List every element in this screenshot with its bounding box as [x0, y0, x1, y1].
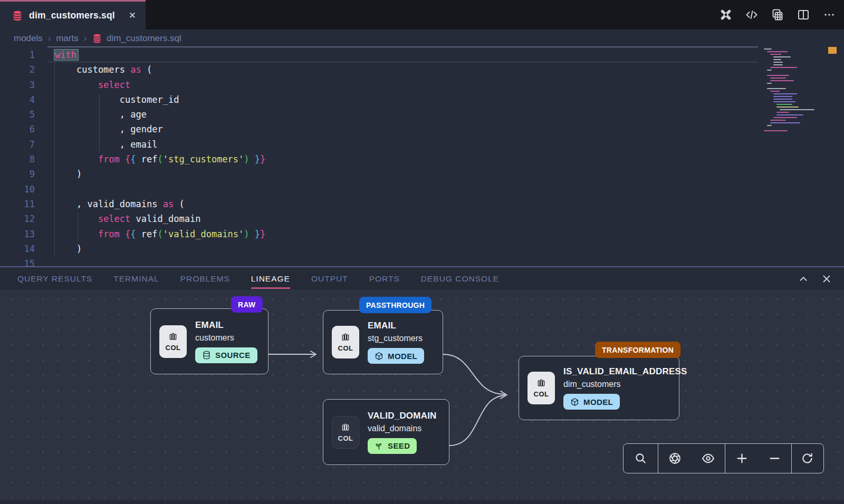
- code-text: , valid_domains as (: [55, 197, 185, 211]
- code-text: customers as (: [55, 62, 152, 77]
- tab-title: dim_customers.sql: [29, 10, 115, 21]
- resource-pill-model: MODEL: [368, 348, 424, 364]
- node-title: IS_VALID_EMAIL_ADDRESS: [563, 366, 687, 377]
- line-number: 10: [0, 182, 35, 197]
- indent-guide: [78, 212, 78, 241]
- indent-guide: [99, 93, 100, 152]
- column-chip[interactable]: COL: [528, 372, 555, 404]
- node-subtitle: stg_customers: [368, 334, 424, 343]
- minimap-line: [776, 112, 789, 113]
- code-text: select valid_domain: [55, 211, 200, 226]
- panel-tab-query-results[interactable]: QUERY RESULTS: [17, 267, 92, 290]
- tab-dim-customers[interactable]: dim_customers.sql ✕: [0, 0, 146, 30]
- code-line[interactable]: 5 , age: [0, 107, 844, 122]
- pill-label: MODEL: [583, 398, 613, 406]
- plus-icon[interactable]: [735, 452, 749, 466]
- pill-label: MODEL: [388, 352, 417, 361]
- column-chip[interactable]: COL: [332, 326, 359, 358]
- selected-text: with: [54, 50, 78, 60]
- bottom-panel-header: QUERY RESULTSTERMINALPROBLEMSLINEAGEOUTP…: [0, 266, 844, 290]
- lineage-node-stg_customers[interactable]: PASSTHROUGHCOLEMAILstg_customersMODEL: [323, 310, 443, 374]
- lineage-node-customers[interactable]: RAWCOLEMAILcustomersSOURCE: [150, 308, 268, 374]
- line-number: 12: [0, 211, 35, 226]
- refresh-icon[interactable]: [801, 452, 814, 466]
- code-line[interactable]: 2 customers as (: [0, 62, 844, 77]
- breadcrumb: models › marts › dim_customers.sql: [0, 30, 844, 47]
- cube-icon: [570, 398, 579, 406]
- search-icon[interactable]: [634, 452, 648, 466]
- panel-tab-lineage[interactable]: LINEAGE: [251, 267, 290, 290]
- code-line[interactable]: 9 ): [0, 167, 844, 181]
- code-line[interactable]: 11 , valid_domains as (: [0, 197, 844, 211]
- indent-guide: [54, 62, 55, 256]
- minimap-line: [770, 91, 780, 92]
- minimap[interactable]: [764, 49, 812, 138]
- minimap-line: [780, 109, 814, 110]
- scrollbar-marker: [828, 47, 837, 54]
- code-line[interactable]: 12 select valid_domain: [0, 211, 844, 226]
- tab-close-icon[interactable]: ✕: [129, 11, 136, 20]
- code-line[interactable]: 1with: [0, 47, 844, 62]
- line-number: 1: [0, 47, 35, 62]
- ellipsis-icon[interactable]: [823, 8, 836, 21]
- split-icon[interactable]: [797, 8, 810, 21]
- panel-tab-ports[interactable]: PORTS: [369, 267, 400, 290]
- code-line[interactable]: 4 customer_id: [0, 92, 844, 107]
- resource-pill-source: SOURCE: [195, 347, 257, 363]
- code-text: , age: [55, 107, 147, 122]
- columns-icon: [340, 422, 351, 433]
- minimap-line: [773, 56, 791, 57]
- panel-tab-output[interactable]: OUTPUT: [311, 267, 348, 290]
- panel-tab-problems[interactable]: PROBLEMS: [180, 267, 230, 290]
- code-line[interactable]: 14 ): [0, 241, 844, 256]
- code-icon[interactable]: [745, 8, 758, 21]
- eye-icon[interactable]: [702, 452, 715, 466]
- lineage-toolbar: [623, 443, 824, 473]
- lineage-canvas[interactable]: RAWCOLEMAILcustomersSOURCEPASSTHROUGHCOL…: [0, 290, 844, 500]
- line-number: 11: [0, 197, 35, 211]
- minimap-line: [767, 51, 788, 52]
- toolbar-section: [791, 444, 823, 473]
- minus-icon[interactable]: [768, 452, 782, 466]
- breadcrumb-file[interactable]: dim_customers.sql: [92, 33, 181, 44]
- minimap-line: [767, 70, 772, 71]
- minimap-line: [770, 54, 781, 55]
- minimap-line: [764, 49, 772, 50]
- node-subtitle: valid_domains: [368, 424, 437, 433]
- copy-table-icon[interactable]: [771, 8, 784, 21]
- lineage-node-dim_customers[interactable]: TRANSFORMATIONCOLIS_VALID_EMAIL_ADDRESSd…: [519, 356, 679, 420]
- breadcrumb-segment-models[interactable]: models: [14, 33, 43, 44]
- format-icon[interactable]: [720, 8, 732, 21]
- code-line[interactable]: 3 select: [0, 77, 844, 92]
- window-bottom-edge: [0, 500, 844, 504]
- code-editor[interactable]: 1with2 customers as (3 select4 customer_…: [0, 47, 844, 266]
- column-chip[interactable]: COL: [332, 416, 359, 449]
- breadcrumb-segment-marts[interactable]: marts: [56, 33, 79, 44]
- toolbar-section: [658, 444, 725, 473]
- line-number: 13: [0, 227, 35, 241]
- aperture-icon[interactable]: [668, 452, 682, 466]
- node-subtitle: dim_customers: [563, 380, 687, 389]
- code-line[interactable]: 15: [0, 256, 844, 266]
- chevron-up-icon[interactable]: [798, 273, 809, 285]
- code-line[interactable]: 13 from {{ ref('valid_domains') }}: [0, 227, 844, 241]
- panel-tab-terminal[interactable]: TERMINAL: [113, 267, 159, 290]
- code-line[interactable]: 10: [0, 182, 844, 197]
- close-icon[interactable]: [821, 273, 832, 285]
- code-text: with: [55, 47, 78, 62]
- node-title: EMAIL: [195, 320, 257, 331]
- database-icon: [92, 33, 102, 44]
- cube-icon: [375, 352, 383, 361]
- column-chip[interactable]: COL: [159, 325, 187, 358]
- code-text: ): [55, 241, 82, 256]
- node-tag-transformation: TRANSFORMATION: [595, 342, 680, 358]
- code-line[interactable]: 6 , gender: [0, 122, 844, 137]
- columns-icon: [168, 332, 178, 342]
- minimap-line: [764, 130, 788, 131]
- panel-tab-debug-console[interactable]: DEBUG CONSOLE: [421, 267, 499, 290]
- code-line[interactable]: 7 , email: [0, 137, 844, 152]
- minimap-line: [773, 96, 792, 97]
- code-line[interactable]: 8 from {{ ref('stg_customers') }}: [0, 152, 844, 167]
- lineage-node-valid_domains[interactable]: COLVALID_DOMAINvalid_domainsSEED: [323, 399, 449, 465]
- minimap-line: [770, 77, 786, 79]
